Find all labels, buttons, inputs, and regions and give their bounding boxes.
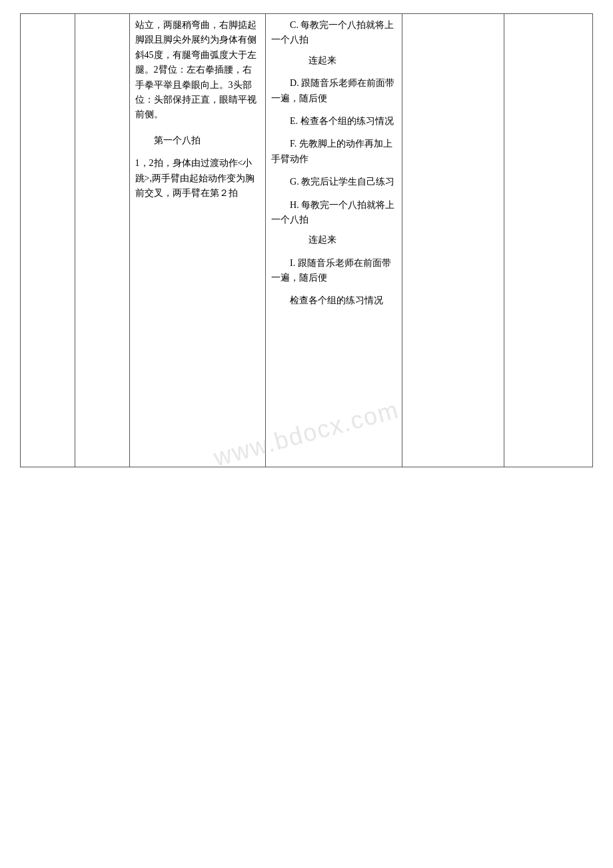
- cell-1-6: [504, 14, 593, 467]
- cell-1-3-text: 站立，两腿稍弯曲，右脚掂起脚跟且脚尖外展约为身体有侧斜45度，有腿弯曲弧度大于左…: [135, 18, 261, 123]
- table-wrapper: 站立，两腿稍弯曲，右脚掂起脚跟且脚尖外展约为身体有侧斜45度，有腿弯曲弧度大于左…: [20, 13, 593, 467]
- cell-1-4-e: E. 检查各个组的练习情况: [271, 114, 396, 129]
- page: www.bdocx.com 站立，两腿稍弯曲，右脚掂起脚跟且脚尖外展约为身体有: [0, 0, 613, 868]
- cell-1-4-i: I. 跟随音乐老师在前面带一遍，随后便: [271, 256, 396, 286]
- cell-1-4-c: C. 每教完一个八拍就将上一个八拍: [271, 18, 396, 48]
- cell-1-4: C. 每教完一个八拍就将上一个八拍 连起来 D. 跟随音乐老师在前面带一遍，随后…: [266, 14, 402, 467]
- cell-1-4-check: 检查各个组的练习情况: [271, 293, 396, 308]
- cell-1-3-text2: 第一个八拍: [135, 133, 261, 148]
- cell-1-4-g: G. 教完后让学生自己练习: [271, 175, 396, 189]
- cell-1-5: [402, 14, 504, 467]
- cell-1-4-f: F. 先教脚上的动作再加上手臂动作: [271, 137, 396, 167]
- table-row-1: 站立，两腿稍弯曲，右脚掂起脚跟且脚尖外展约为身体有侧斜45度，有腿弯曲弧度大于左…: [21, 14, 593, 467]
- cell-1-1: [21, 14, 75, 467]
- cell-1-2: [75, 14, 129, 467]
- main-table: 站立，两腿稍弯曲，右脚掂起脚跟且脚尖外展约为身体有侧斜45度，有腿弯曲弧度大于左…: [20, 13, 593, 467]
- cell-1-4-d: D. 跟随音乐老师在前面带一遍，随后便: [271, 76, 396, 106]
- cell-1-3-text3: 1，2拍，身体由过渡动作<小跳>,两手臂由起始动作变为胸前交叉，两手臂在第２拍: [135, 156, 261, 201]
- cell-1-4-lianqilai1: 连起来: [271, 53, 396, 68]
- cell-1-4-h: H. 每教完一个八拍就将上一个八拍: [271, 198, 396, 228]
- cell-1-3: 站立，两腿稍弯曲，右脚掂起脚跟且脚尖外展约为身体有侧斜45度，有腿弯曲弧度大于左…: [129, 14, 266, 467]
- cell-1-4-lianqilai2: 连起来: [271, 233, 396, 247]
